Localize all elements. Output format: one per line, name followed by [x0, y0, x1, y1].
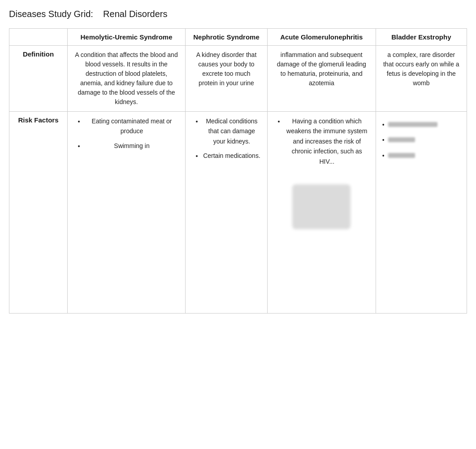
acute-image-placeholder — [292, 184, 351, 229]
nephrotic-risk-item-2: Certain medications. — [203, 151, 261, 161]
hemolytic-definition: A condition that affects the blood and b… — [68, 46, 186, 112]
bladder-risk-item-2: • — [382, 135, 460, 145]
column-headers: Hemolytic-Uremic Syndrome Nephrotic Synd… — [9, 29, 467, 46]
col-hemolytic: Hemolytic-Uremic Syndrome — [68, 29, 186, 46]
nephrotic-risk-item-1: Medical conditions that can damage your … — [203, 116, 261, 146]
acute-definition: inflammation and subsequent damage of th… — [267, 46, 376, 112]
nephrotic-definition: A kidney disorder that causes your body … — [186, 46, 268, 112]
hemolytic-risk: Eating contaminated meat or produce Swim… — [68, 112, 186, 314]
definition-row: Definition A condition that affects the … — [9, 46, 467, 112]
nephrotic-risk: Medical conditions that can damage your … — [186, 112, 268, 314]
bullet-1: • — [382, 120, 385, 130]
hemolytic-risk-item-1: Eating contaminated meat or produce — [85, 116, 179, 136]
study-grid: Hemolytic-Uremic Syndrome Nephrotic Synd… — [9, 28, 467, 314]
acute-risk: Having a condition which weakens the imm… — [267, 112, 376, 314]
bladder-risk-item-1: • — [382, 120, 460, 130]
bullet-3: • — [382, 151, 385, 161]
hemolytic-risk-item-2: Swimming in — [85, 141, 179, 151]
bladder-risk: • • • — [376, 112, 467, 314]
bladder-risk-item-3: • — [382, 151, 460, 161]
bladder-definition: a complex, rare disorder that occurs ear… — [376, 46, 467, 112]
bullet-2: • — [382, 135, 385, 145]
acute-risk-item-1: Having a condition which weakens the imm… — [285, 116, 369, 166]
page-title: Diseases Study Grid: Renal Disorders — [9, 9, 467, 19]
risk-factors-label: Risk Factors — [9, 112, 68, 314]
col-acute: Acute Glomerulonephritis — [267, 29, 376, 46]
col-nephrotic: Nephrotic Syndrome — [186, 29, 268, 46]
definition-label: Definition — [9, 46, 68, 112]
bladder-blurred-3 — [388, 151, 415, 161]
col-bladder: Bladder Exstrophy — [376, 29, 467, 46]
bladder-risk-content: • • • — [382, 116, 460, 170]
acute-image-area — [274, 175, 369, 229]
bladder-blurred-1 — [388, 120, 437, 130]
bladder-blurred-2 — [388, 135, 415, 145]
empty-header — [9, 29, 68, 46]
risk-factors-row: Risk Factors Eating contaminated meat or… — [9, 112, 467, 314]
